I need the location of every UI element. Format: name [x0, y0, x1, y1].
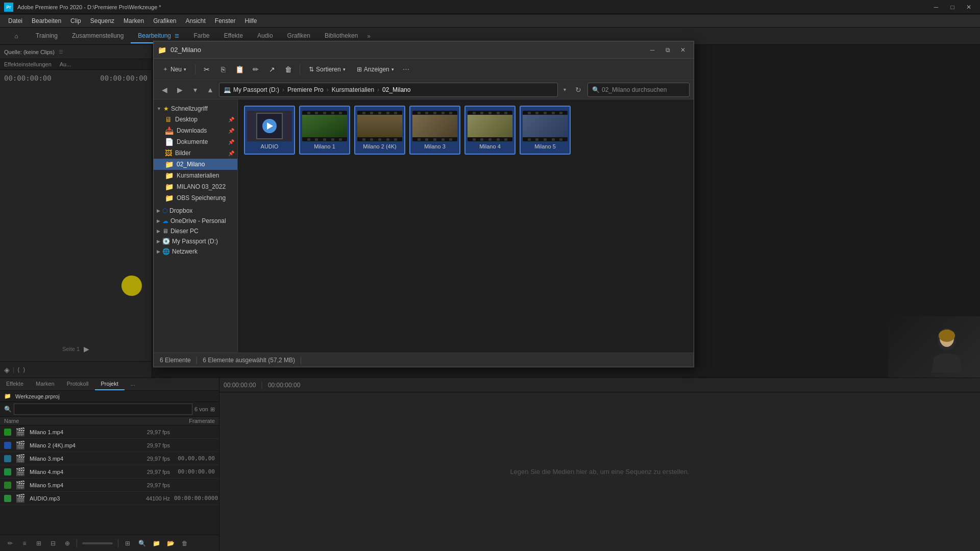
file-type-icon: 🎬	[15, 480, 26, 490]
bt-icon-view[interactable]: ⊞	[33, 538, 45, 549]
bt-columns[interactable]: ⊞	[121, 538, 134, 549]
breadcrumb-02milano[interactable]: 02_Milano	[382, 86, 410, 93]
menu-marken[interactable]: Marken	[119, 16, 148, 26]
tab-more[interactable]: ...	[125, 378, 141, 390]
menu-datei[interactable]: Datei	[4, 16, 27, 26]
bt-zoom-slider[interactable]	[82, 542, 113, 544]
file-row[interactable]: 🎬 Milano 5.mp4 29,97 fps	[0, 479, 219, 492]
maximize-button[interactable]: □	[945, 2, 960, 12]
file-name-cell: Milano 5.mp4	[30, 482, 125, 488]
breadcrumb-kursmaterialien[interactable]: Kursmaterialien	[332, 86, 374, 93]
filmstrip-top-3	[412, 111, 457, 115]
explorer-close-button[interactable]: ✕	[676, 44, 690, 56]
project-search-input[interactable]	[14, 404, 192, 415]
col-framerate-header[interactable]: Framerate	[174, 418, 215, 424]
nav-bilder[interactable]: 🖼 Bilder 📌	[154, 147, 237, 159]
cut-button[interactable]: ✂	[200, 62, 214, 77]
nav-downloads[interactable]: 📥 Downloads 📌	[154, 125, 237, 136]
tab-projekt[interactable]: Projekt	[95, 378, 125, 390]
more-workspaces-icon[interactable]: »	[367, 33, 371, 40]
bt-search[interactable]: 🔍	[136, 538, 148, 549]
bt-import[interactable]: 📁	[150, 538, 162, 549]
nav-netzwerk-header[interactable]: ▶ 🌐 Netzwerk	[154, 246, 237, 257]
nav-onedrive-header[interactable]: ▶ ☁ OneDrive - Personal	[154, 216, 237, 226]
forward-button[interactable]: ▶	[173, 83, 186, 96]
nav-milano-03-2022[interactable]: 📁 MILANO 03_2022	[154, 181, 237, 192]
source-tab-effekt[interactable]: Effekteinstellungen	[0, 59, 56, 69]
menu-grafiken[interactable]: Grafiken	[149, 16, 180, 26]
source-panel-tab1[interactable]: Quelle: (keine Clips)	[4, 49, 55, 55]
up-button[interactable]: ▲	[204, 83, 217, 96]
breadcrumb-premierepro[interactable]: Premiere Pro	[287, 86, 324, 93]
file-item-audio[interactable]: AUDIO	[244, 106, 295, 155]
tab-effekte[interactable]: Effekte	[0, 378, 30, 390]
bt-delete[interactable]: 🗑	[179, 538, 191, 549]
share-button[interactable]: ↗	[265, 62, 279, 77]
source-panel-menu-icon[interactable]: ☰	[59, 49, 63, 55]
file-item-milano2[interactable]: Milano 2 (4K)	[354, 106, 405, 155]
file-row[interactable]: 🎬 Milano 3.mp4 29,97 fps 00,00,00,00	[0, 452, 219, 465]
explorer-minimize-button[interactable]: ─	[646, 44, 659, 56]
address-box[interactable]: 💻 My Passport (D:) › Premiere Pro › Kurs…	[219, 83, 558, 97]
refresh-button[interactable]: ↻	[571, 83, 585, 97]
nav-desktop[interactable]: 🖥 Desktop 📌	[154, 114, 237, 125]
minimize-button[interactable]: ─	[929, 2, 943, 12]
paste-button[interactable]: 📋	[232, 62, 247, 77]
tab-training[interactable]: Training	[29, 29, 65, 43]
nav-quick-access-header[interactable]: ▼ ★ Schnellzugriff	[154, 104, 237, 114]
delete-button[interactable]: 🗑	[281, 62, 296, 77]
more-options-icon[interactable]: ···	[403, 65, 409, 74]
file-item-milano4[interactable]: Milano 4	[464, 106, 516, 155]
nav-dokumente[interactable]: 📄 Dokumente 📌	[154, 136, 237, 147]
nav-02-milano[interactable]: 📁 02_Milano	[154, 159, 237, 170]
tab-zusammenstellung[interactable]: Zusammenstellung	[65, 29, 131, 43]
menu-fenster[interactable]: Fenster	[211, 16, 240, 26]
nav-this-pc-header[interactable]: ▶ 🖥 Dieser PC	[154, 226, 237, 236]
nav-kursmaterialien[interactable]: 📁 Kursmaterialien	[154, 170, 237, 181]
search-box[interactable]: 🔍 02_Milano durchsuchen	[587, 83, 690, 97]
out-point-button[interactable]: ⟩	[23, 366, 26, 373]
file-row[interactable]: 🎬 Milano 4.mp4 29,97 fps 00:00:00.00	[0, 465, 219, 479]
tab-protokoll[interactable]: Protokoll	[61, 378, 95, 390]
file-item-milano5[interactable]: Milano 5	[520, 106, 571, 155]
menu-clip[interactable]: Clip	[66, 16, 85, 26]
nav-mypassport-header[interactable]: ▶ 💽 My Passport (D:)	[154, 236, 237, 246]
explorer-restore-button[interactable]: ⧉	[661, 44, 674, 56]
title-bar: Pr Adobe Premiere Pro 2020 - D:\Premiere…	[0, 0, 980, 14]
file-item-milano1[interactable]: Milano 1	[299, 106, 350, 155]
file-row[interactable]: 🎬 AUDIO.mp3 44100 Hz 00:00:00:0000	[0, 492, 219, 505]
play-button[interactable]: ▶	[84, 345, 89, 353]
menu-hilfe[interactable]: Hilfe	[241, 16, 261, 26]
video-frame-4	[468, 115, 512, 137]
new-button[interactable]: ＋ Neu ▾	[158, 62, 191, 77]
sort-button[interactable]: ⇅ Sortieren ▾	[304, 62, 350, 77]
view-button[interactable]: ⊞ Anzeigen ▾	[352, 62, 399, 77]
col-name-header[interactable]: Name	[4, 418, 170, 424]
marker-button[interactable]: ◈	[4, 366, 10, 374]
home-button[interactable]: ⌂	[8, 28, 24, 44]
tab-marken[interactable]: Marken	[30, 378, 61, 390]
file-row[interactable]: 🎬 Milano 2 (4K).mp4 29,97 fps	[0, 439, 219, 452]
rename-button[interactable]: ✏	[249, 62, 263, 77]
file-row[interactable]: 🎬 Milano 1.mp4 29,97 fps	[0, 425, 219, 439]
back-button[interactable]: ◀	[158, 83, 171, 96]
recent-locations-button[interactable]: ▾	[188, 83, 202, 96]
source-tab-audio[interactable]: Au...	[56, 59, 76, 69]
bt-automate[interactable]: ⊕	[61, 538, 74, 549]
nav-dropbox-header[interactable]: ▶ ⬡ Dropbox	[154, 206, 237, 216]
breadcrumb-mypassport[interactable]: My Passport (D:)	[233, 86, 279, 93]
nav-obs-speicherung[interactable]: 📁 OBS Speicherung	[154, 192, 237, 204]
bt-new-item[interactable]: ✏	[4, 538, 16, 549]
bt-list-view[interactable]: ≡	[18, 538, 31, 549]
menu-sequenz[interactable]: Sequenz	[86, 16, 118, 26]
file-item-milano3[interactable]: Milano 3	[409, 106, 460, 155]
menu-bearbeiten[interactable]: Bearbeiten	[28, 16, 65, 26]
bt-freeform-view[interactable]: ⊟	[47, 538, 59, 549]
in-point-button[interactable]: ⟨	[17, 366, 20, 373]
copy-button[interactable]: ⎘	[216, 62, 230, 77]
address-dropdown-button[interactable]: ▾	[560, 83, 569, 96]
bt-new-bin[interactable]: 📂	[164, 538, 177, 549]
menu-ansicht[interactable]: Ansicht	[181, 16, 209, 26]
nav-desktop-label: Desktop	[175, 116, 198, 123]
close-button[interactable]: ✕	[962, 2, 976, 12]
